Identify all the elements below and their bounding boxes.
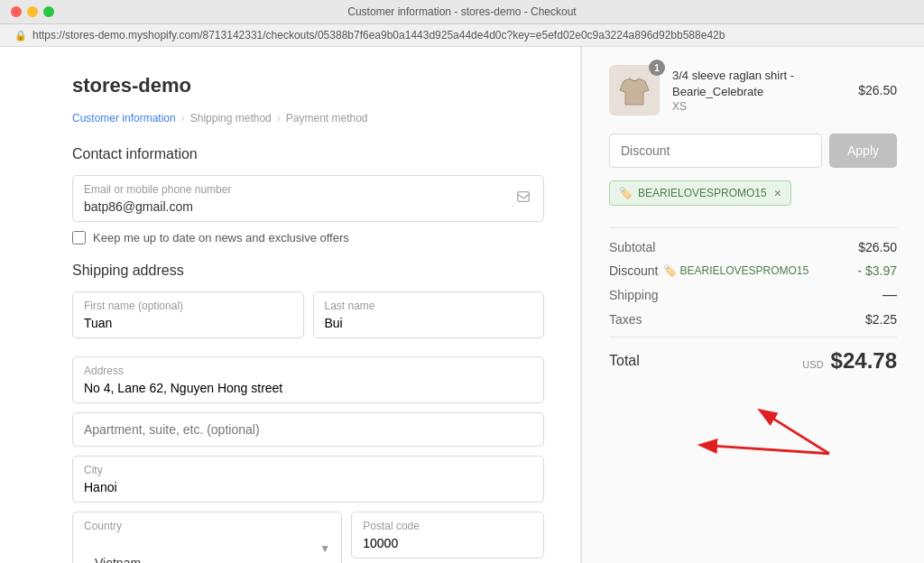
minimize-button[interactable] [27, 6, 38, 17]
divider-1 [609, 227, 897, 228]
chevron-icon-2: › [277, 112, 281, 125]
discount-code-value: BEARIELOVESPROMO15 [679, 264, 808, 277]
arrows-decoration [609, 383, 897, 494]
country-group: Country Vietnam ▼ [72, 512, 342, 563]
apply-button[interactable]: Apply [829, 134, 897, 168]
country-label: Country [84, 520, 122, 532]
subtotal-row: Subtotal $26.50 [609, 235, 897, 259]
postal-label: Postal code [363, 520, 420, 532]
taxes-row: Taxes $2.25 [609, 308, 897, 331]
last-name-input[interactable] [325, 316, 533, 330]
shipping-row: Shipping — [609, 282, 897, 308]
total-amount: $24.78 [831, 348, 897, 374]
taxes-value: $2.25 [865, 312, 897, 327]
promo-tag: 🏷️ BEARIELOVESPROMO15 × [609, 180, 791, 206]
url-text: https://stores-demo.myshopify.com/871314… [32, 29, 725, 42]
first-name-group: First name (optional) [72, 291, 304, 338]
discount-amount: - $3.97 [857, 263, 897, 278]
promo-tag-row: 🏷️ BEARIELOVESPROMO15 × [609, 180, 897, 220]
tag-icon: 🏷️ [619, 187, 633, 199]
window-controls [11, 6, 54, 17]
breadcrumb: Customer information › Shipping method ›… [72, 112, 544, 125]
discount-label-group: Discount 🏷️ BEARIELOVESPROMO15 [609, 263, 808, 278]
discount-summary-row: Discount 🏷️ BEARIELOVESPROMO15 - $3.97 [609, 259, 897, 282]
close-button[interactable] [11, 6, 22, 17]
last-name-label: Last name [325, 300, 375, 312]
newsletter-label: Keep me up to date on news and exclusive… [93, 231, 349, 245]
chevron-icon-1: › [181, 112, 185, 125]
shipping-label: Shipping [609, 288, 659, 302]
postal-group: Postal code [351, 512, 544, 563]
address-container: Address [72, 356, 544, 403]
total-label: Total [609, 353, 640, 369]
contact-section-title: Contact information [72, 146, 544, 162]
email-label: Email or mobile phone number [84, 183, 231, 196]
shipping-section-title: Shipping address [72, 263, 544, 279]
maximize-button[interactable] [43, 6, 54, 17]
country-container: Country Vietnam ▼ [72, 512, 342, 563]
product-variant: XS [672, 100, 845, 113]
contact-icon [515, 189, 531, 208]
city-label: City [84, 464, 103, 476]
total-currency: USD [802, 359, 823, 370]
city-group: City [72, 456, 544, 503]
product-info: 3/4 sleeve raglan shirt - Bearie_Celebra… [672, 68, 845, 113]
first-name-input[interactable] [84, 316, 292, 330]
shipping-value: — [882, 287, 897, 303]
country-select[interactable]: Vietnam [84, 536, 330, 563]
right-panel: 1 3/4 sleeve raglan shirt - Bearie_Celeb… [581, 47, 924, 563]
email-input[interactable] [84, 199, 511, 214]
postal-container: Postal code [351, 512, 544, 558]
address-group: Address [72, 356, 544, 403]
country-postal-row: Country Vietnam ▼ Postal code [72, 512, 544, 563]
discount-row: Apply [609, 134, 897, 168]
svg-rect-0 [518, 192, 530, 202]
arrows-svg [609, 383, 897, 491]
tag-icon-small: 🏷️ [663, 264, 677, 277]
subtotal-value: $26.50 [858, 240, 897, 254]
apartment-input[interactable] [72, 412, 544, 447]
promo-remove-button[interactable]: × [774, 186, 781, 200]
discount-label: Discount [609, 263, 658, 278]
title-bar: Customer information - stores-demo - Che… [0, 0, 924, 24]
store-name: stores-demo [72, 74, 544, 97]
page-title: Customer information - stores-demo - Che… [347, 5, 576, 18]
address-input[interactable] [84, 381, 532, 395]
total-amount-group: USD $24.78 [802, 348, 897, 374]
product-image-wrapper: 1 [609, 65, 660, 115]
product-quantity-badge: 1 [649, 60, 665, 76]
total-row: Total USD $24.78 [609, 337, 897, 374]
newsletter-checkbox[interactable] [72, 231, 86, 245]
breadcrumb-customer[interactable]: Customer information [72, 112, 176, 125]
city-input[interactable] [84, 480, 532, 494]
first-name-container: First name (optional) [72, 291, 304, 338]
last-name-container: Last name [313, 291, 545, 338]
address-bar: 🔒 https://stores-demo.myshopify.com/8713… [0, 24, 924, 47]
taxes-label: Taxes [609, 312, 642, 327]
address-label: Address [84, 365, 124, 377]
lock-icon: 🔒 [14, 30, 27, 42]
checkout-layout: stores-demo Customer information › Shipp… [0, 47, 924, 563]
newsletter-row: Keep me up to date on news and exclusive… [72, 231, 544, 245]
promo-code-label: BEARIELOVESPROMO15 [638, 187, 767, 199]
breadcrumb-payment: Payment method [286, 112, 368, 125]
email-field-container: Email or mobile phone number [72, 175, 544, 222]
email-field-wrapper: Email or mobile phone number [72, 175, 544, 222]
last-name-group: Last name [313, 291, 545, 338]
name-row: First name (optional) Last name [72, 291, 544, 347]
apartment-group [72, 412, 544, 447]
subtotal-label: Subtotal [609, 240, 655, 254]
discount-input[interactable] [609, 134, 822, 168]
breadcrumb-shipping: Shipping method [190, 112, 272, 125]
postal-input[interactable] [363, 536, 532, 550]
left-panel: stores-demo Customer information › Shipp… [0, 47, 581, 563]
product-name: 3/4 sleeve raglan shirt - Bearie_Celebra… [672, 68, 845, 100]
city-container: City [72, 456, 544, 503]
product-row: 1 3/4 sleeve raglan shirt - Bearie_Celeb… [609, 65, 897, 115]
first-name-label: First name (optional) [84, 300, 183, 312]
product-price: $26.50 [858, 83, 897, 97]
discount-code-tag: 🏷️ BEARIELOVESPROMO15 [663, 264, 808, 277]
